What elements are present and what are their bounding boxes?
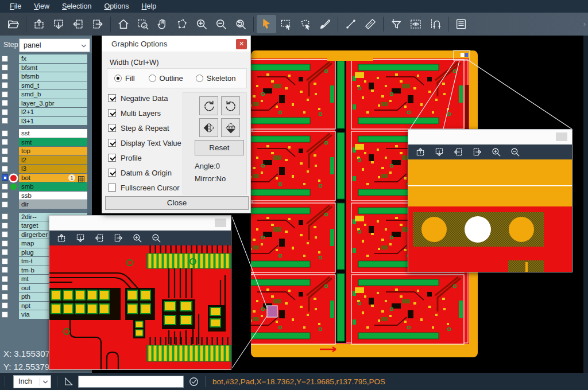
filter-button[interactable] [386,15,406,33]
view-move-up-button[interactable] [29,15,49,33]
unit-select[interactable]: Inch [13,375,51,388]
angle-measure-icon[interactable] [63,376,74,387]
checkbox[interactable] [108,124,116,132]
layer-row-l2+1[interactable]: l2+1 [0,108,92,116]
zoom-window-button[interactable] [133,15,153,33]
magnifier-title-bar[interactable] [49,216,231,231]
menu-selection[interactable]: Selection [56,1,98,11]
layer-name-label[interactable]: smb [19,182,87,191]
layer-visibility-checkbox[interactable] [2,118,8,124]
layer-visibility-checkbox[interactable] [2,109,8,115]
zoom-out-button[interactable] [150,232,163,244]
layer-name-label[interactable]: l3+1 [19,117,87,126]
checkbox[interactable] [108,169,116,177]
layer-name-label[interactable]: ssb [19,192,87,200]
reset-button[interactable]: Reset [195,140,244,155]
select-tool-button[interactable] [257,15,276,33]
layer-visibility-checkbox[interactable] [2,64,8,71]
view-move-left-button[interactable] [93,232,106,244]
show-selection-button[interactable] [406,15,425,33]
layer-visibility-checkbox[interactable] [2,174,8,181]
option-fullscreen-cursor[interactable]: Fullscreen Cursor [108,182,194,193]
option-datum-origin[interactable]: Datum & Origin [108,167,194,178]
layer-row-smd_b[interactable]: smd_b [0,90,92,99]
magnifier-window-button[interactable] [215,219,226,227]
layer-name-label[interactable]: dir [19,200,87,209]
layer-name-label[interactable]: smd_t [19,81,87,90]
layer-name-label[interactable]: l2 [19,156,87,165]
mirror-vertical-button[interactable] [221,118,240,137]
mirror-horizontal-button[interactable] [199,118,218,137]
layer-visibility-checkbox[interactable] [2,192,8,198]
layer-name-label[interactable]: l2+1 [19,108,87,116]
layer-visibility-checkbox[interactable] [2,294,8,300]
layer-row-layer_3.gbr[interactable]: layer_3.gbr [0,99,92,108]
zoom-previous-button[interactable] [231,15,250,33]
layer-name-label[interactable]: sst [19,129,87,138]
menu-view[interactable]: View [28,1,56,11]
layer-row-top[interactable]: top [0,147,92,155]
radio-button[interactable] [196,75,203,82]
layer-visibility-checkbox[interactable] [2,231,8,237]
layer-visibility-checkbox[interactable] [2,139,8,145]
option-multi-layers[interactable]: Multi Layers [108,107,194,119]
menu-options[interactable]: Options [98,1,135,11]
view-move-down-button[interactable] [74,232,87,244]
layer-row-bfsmb[interactable]: bfsmb [0,72,92,81]
rotate-ccw-button[interactable] [221,96,240,115]
view-move-up-button[interactable] [414,146,427,158]
layer-visibility-checkbox[interactable] [2,166,8,172]
layer-row-l2[interactable]: l2 [0,156,92,165]
layer-name-label[interactable]: bot [19,174,87,182]
layer-row-bot[interactable]: bot1 [0,174,92,182]
layer-visibility-checkbox[interactable] [2,258,8,264]
layer-visibility-checkbox[interactable] [2,311,8,318]
layer-visibility-checkbox[interactable] [2,148,8,154]
checkbox[interactable] [108,184,116,192]
layer-name-label[interactable]: smt [19,138,87,147]
menu-file[interactable]: File [3,1,28,11]
option-profile[interactable]: Profile [108,152,194,163]
option-step-repeat[interactable]: Step & Repeat [108,122,194,134]
checkbox[interactable] [108,154,116,162]
checkbox[interactable] [108,109,116,117]
toolbar-overflow-chevron[interactable]: › [583,20,586,28]
magnifier-content-pcb-detail[interactable] [49,245,231,369]
select-polygon-button[interactable] [296,15,315,33]
layer-row-fx[interactable]: fx [0,54,92,63]
pan-hand-button[interactable] [153,15,172,33]
layer-visibility-checkbox[interactable] [2,184,8,190]
layer-visibility-checkbox[interactable] [2,276,8,282]
zoom-out-button[interactable] [509,146,521,158]
dialog-title-bar[interactable]: Graphic Options ✕ [102,36,250,52]
radio-outline[interactable]: Outline [149,74,183,83]
layer-visibility-checkbox[interactable] [2,284,8,291]
command-input[interactable] [78,376,184,388]
layer-row-smb[interactable]: smb [0,182,92,191]
view-move-right-button[interactable] [88,15,107,33]
layers-panel-button[interactable] [451,15,471,33]
close-icon[interactable]: ✕ [236,39,247,49]
layer-visibility-checkbox[interactable] [2,249,8,255]
radio-button[interactable] [114,75,122,82]
layer-name-label[interactable]: smd_b [19,90,87,99]
layer-row-ssb[interactable]: ssb [0,192,92,200]
view-move-down-button[interactable] [433,146,446,158]
measure-ruler-button[interactable] [361,15,380,33]
radio-fill[interactable]: Fill [114,74,135,83]
radio-skeleton[interactable]: Skeleton [196,74,236,83]
rotate-cw-button[interactable] [199,96,218,115]
close-button[interactable]: Close [105,196,249,210]
layer-row-l3+1[interactable]: l3+1 [0,117,92,126]
layer-visibility-checkbox[interactable] [2,82,8,88]
layer-visibility-checkbox[interactable] [2,130,8,136]
select-rect-button[interactable] [276,15,296,33]
zoom-out-button[interactable] [211,15,231,33]
layer-visibility-checkbox[interactable] [2,73,8,80]
layer-visibility-checkbox[interactable] [2,302,8,309]
layer-row-smd_t[interactable]: smd_t [0,81,92,90]
open-file-button[interactable] [3,15,23,33]
option-display-text-value[interactable]: Display Text Value [108,137,194,149]
layer-name-label[interactable]: fx [19,54,87,63]
layer-row-smt[interactable]: smt [0,138,92,147]
